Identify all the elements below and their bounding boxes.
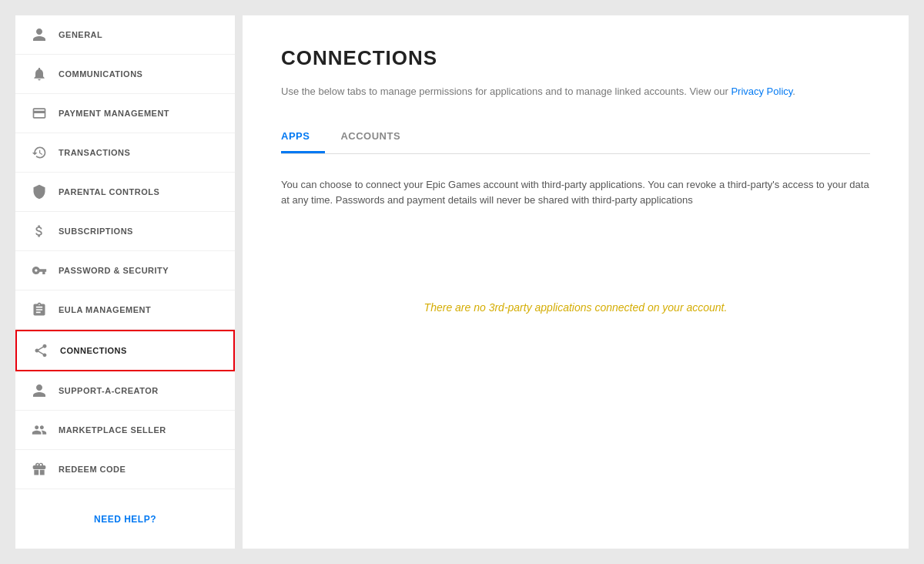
sidebar-item-marketplace-seller-label: MARKETPLACE SELLER — [59, 425, 166, 435]
main-content: CONNECTIONS Use the below tabs to manage… — [243, 15, 909, 549]
marketplace-icon — [31, 421, 48, 438]
tabs: APPS ACCOUNTS — [281, 123, 870, 154]
body-text: You can choose to connect your Epic Game… — [281, 177, 870, 210]
sidebar-footer: NEED HELP? — [15, 496, 235, 541]
need-help-link[interactable]: NEED HELP? — [94, 514, 156, 525]
sidebar-item-eula-management-label: EULA MANAGEMENT — [59, 305, 151, 314]
sidebar-item-parental-controls-label: PARENTAL CONTROLS — [59, 187, 159, 196]
sidebar-item-eula-management[interactable]: EULA MANAGEMENT — [15, 290, 235, 330]
sidebar-item-transactions-label: TRANSACTIONS — [59, 148, 130, 157]
empty-state-text: There are no 3rd-party applications conn… — [281, 301, 870, 314]
sidebar-item-support-a-creator[interactable]: SUPPORT-A-CREATOR — [15, 371, 235, 411]
sidebar-item-marketplace-seller[interactable]: MARKETPLACE SELLER — [15, 411, 235, 450]
sidebar-item-general-label: GENERAL — [59, 30, 102, 39]
description-text: Use the below tabs to manage permissions… — [281, 86, 731, 97]
share-icon — [32, 342, 49, 359]
dollar-icon — [31, 223, 48, 240]
bell-icon — [31, 65, 48, 82]
sidebar-item-password-security-label: PASSWORD & SECURITY — [59, 266, 169, 275]
history-icon — [31, 144, 48, 161]
empty-state: There are no 3rd-party applications conn… — [281, 255, 870, 360]
gift-icon — [31, 461, 48, 478]
sidebar-item-connections-label: CONNECTIONS — [60, 346, 127, 355]
sidebar-item-transactions[interactable]: TRANSACTIONS — [15, 133, 235, 173]
sidebar-item-parental-controls[interactable]: PARENTAL CONTROLS — [15, 173, 235, 212]
sidebar-item-password-security[interactable]: PASSWORD & SECURITY — [15, 251, 235, 290]
sidebar: GENERAL COMMUNICATIONS PAYMENT MANAGEMEN… — [15, 15, 235, 549]
shield-icon — [31, 183, 48, 200]
key-icon — [31, 262, 48, 279]
tab-accounts[interactable]: ACCOUNTS — [340, 123, 416, 153]
sidebar-item-support-a-creator-label: SUPPORT-A-CREATOR — [59, 386, 159, 395]
page-container: GENERAL COMMUNICATIONS PAYMENT MANAGEMEN… — [15, 15, 909, 549]
sidebar-item-subscriptions[interactable]: SUBSCRIPTIONS — [15, 212, 235, 251]
sidebar-item-redeem-code[interactable]: REDEEM CODE — [15, 450, 235, 489]
sidebar-item-communications[interactable]: COMMUNICATIONS — [15, 55, 235, 94]
sidebar-item-payment-management[interactable]: PAYMENT MANAGEMENT — [15, 94, 235, 133]
person-icon — [31, 26, 48, 43]
clipboard-icon — [31, 301, 48, 318]
sidebar-item-general[interactable]: GENERAL — [15, 15, 235, 55]
support-creator-icon — [31, 382, 48, 399]
wallet-icon — [31, 105, 48, 122]
tab-apps[interactable]: APPS — [281, 123, 325, 153]
sidebar-item-subscriptions-label: SUBSCRIPTIONS — [59, 227, 133, 236]
page-title: CONNECTIONS — [281, 46, 870, 70]
description: Use the below tabs to manage permissions… — [281, 84, 870, 99]
sidebar-item-payment-management-label: PAYMENT MANAGEMENT — [59, 109, 169, 118]
sidebar-item-redeem-code-label: REDEEM CODE — [59, 465, 126, 474]
sidebar-item-communications-label: COMMUNICATIONS — [59, 69, 142, 79]
privacy-policy-link[interactable]: Privacy Policy — [731, 86, 792, 97]
sidebar-item-connections[interactable]: CONNECTIONS — [15, 330, 235, 371]
